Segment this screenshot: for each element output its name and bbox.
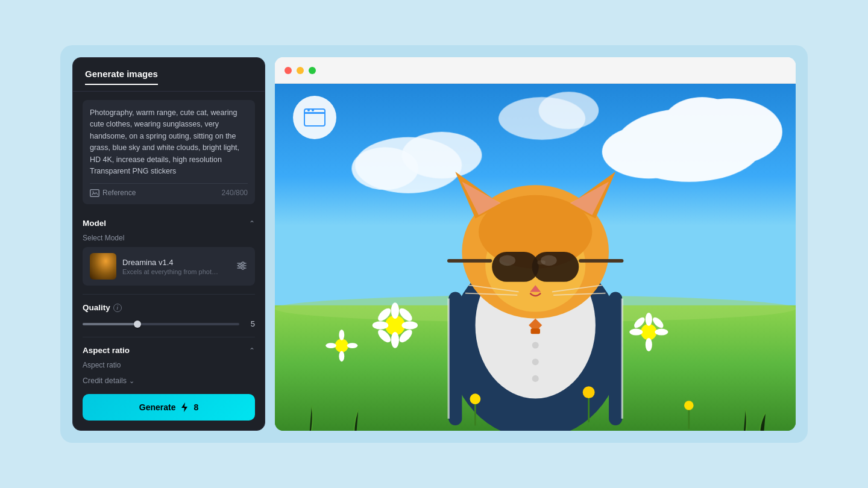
svg-point-61 [646, 313, 652, 326]
svg-point-13 [662, 97, 742, 153]
model-section-header: Model ⌃ [83, 219, 255, 228]
svg-point-64 [655, 329, 668, 336]
browser-content [275, 84, 796, 431]
svg-point-52 [391, 302, 399, 319]
browser-close-dot[interactable] [285, 67, 292, 74]
svg-point-70 [326, 343, 336, 348]
svg-point-71 [347, 343, 358, 348]
prompt-text: Photography, warm range, cute cat, weari… [90, 107, 248, 177]
svg-marker-8 [181, 402, 187, 412]
generate-button[interactable]: Generate 8 [83, 394, 255, 421]
svg-point-54 [373, 321, 389, 329]
aspect-ratio-header: Aspect ratio ⌃ [83, 346, 255, 355]
svg-point-7 [242, 267, 244, 269]
svg-point-72 [470, 393, 480, 404]
right-panel [275, 57, 796, 431]
svg-point-76 [684, 401, 694, 410]
svg-point-46 [532, 342, 538, 349]
svg-point-38 [541, 255, 557, 266]
quality-title: Quality [83, 303, 110, 312]
svg-point-62 [646, 338, 652, 351]
window-icon [304, 108, 326, 127]
svg-rect-33 [532, 252, 579, 282]
generate-cost: 8 [193, 402, 198, 412]
model-settings-button[interactable] [236, 260, 248, 273]
model-card[interactable]: Dreamina v1.4 Excels at everything from … [83, 247, 255, 286]
svg-rect-45 [530, 329, 540, 334]
svg-point-74 [583, 386, 595, 398]
svg-rect-24 [609, 292, 622, 426]
svg-point-69 [339, 351, 344, 361]
info-icon: i [113, 304, 122, 312]
sliders-icon [237, 261, 247, 270]
model-desc: Excels at everything from photorealis... [122, 268, 219, 275]
svg-point-63 [629, 329, 643, 336]
panel-title: Generate images [85, 69, 158, 85]
slider-thumb [134, 321, 141, 328]
svg-point-68 [339, 330, 344, 340]
browser-overlay-icon [293, 96, 336, 139]
window-dot-2 [312, 109, 314, 111]
window-dots [307, 109, 314, 111]
svg-point-6 [239, 264, 241, 267]
model-thumbnail-inner [90, 253, 116, 280]
aspect-ratio-chevron-icon[interactable]: ⌃ [249, 346, 255, 355]
reference-icon [90, 189, 99, 197]
svg-point-48 [532, 375, 538, 382]
svg-point-1 [93, 191, 94, 192]
prompt-footer: Reference 240/800 [90, 183, 248, 197]
char-count: 240/800 [222, 189, 248, 197]
panel-header: Generate images [73, 58, 265, 92]
panel-scroll: Model ⌃ Select Model Dreamina v1.4 Excel… [73, 210, 265, 394]
credit-details-label: Credit details [83, 377, 127, 385]
aspect-ratio-section: Aspect ratio ⌃ Aspect ratio Credit detai… [83, 337, 255, 394]
aspect-ratio-label: Aspect ratio [83, 361, 255, 369]
credit-details[interactable]: Credit details ⌄ [83, 372, 255, 390]
browser-bar [275, 57, 796, 84]
credit-details-chevron-icon: ⌄ [129, 377, 134, 385]
model-section: Model ⌃ Select Model Dreamina v1.4 Excel… [83, 210, 255, 295]
quality-section: Quality i 5 [83, 295, 255, 337]
model-name: Dreamina v1.4 [122, 258, 230, 267]
bolt-icon [180, 402, 189, 412]
quality-header: Quality i [83, 303, 255, 312]
browser-minimize-dot[interactable] [297, 67, 304, 74]
scene-svg [275, 84, 796, 431]
svg-rect-35 [447, 259, 492, 263]
model-chevron-icon[interactable]: ⌃ [249, 219, 255, 228]
svg-rect-0 [90, 190, 99, 197]
model-section-title: Model [83, 219, 106, 228]
left-panel: Generate images Photography, warm range,… [72, 57, 265, 431]
model-thumbnail [90, 253, 116, 280]
svg-rect-32 [492, 252, 539, 282]
svg-point-37 [499, 255, 515, 266]
svg-rect-23 [448, 292, 462, 426]
slider-fill [83, 323, 137, 325]
svg-point-18 [539, 92, 599, 129]
select-model-label: Select Model [83, 234, 255, 242]
window-dot-1 [307, 109, 310, 111]
svg-point-53 [391, 332, 399, 348]
model-info: Dreamina v1.4 Excels at everything from … [122, 258, 230, 275]
prompt-area: Photography, warm range, cute cat, weari… [83, 100, 255, 204]
aspect-ratio-title: Aspect ratio [83, 346, 130, 355]
cat-scene [275, 84, 796, 431]
slider-container: 5 [83, 319, 255, 328]
quality-slider[interactable] [83, 323, 239, 325]
svg-rect-36 [579, 259, 623, 263]
browser-maximize-dot[interactable] [309, 67, 316, 74]
quality-value: 5 [245, 319, 255, 328]
reference-label: Reference [102, 189, 136, 197]
svg-point-47 [532, 358, 538, 365]
app-container: Generate images Photography, warm range,… [60, 45, 808, 443]
svg-point-67 [335, 339, 348, 352]
svg-point-55 [401, 321, 418, 329]
generate-label: Generate [139, 402, 176, 412]
svg-point-60 [641, 324, 657, 340]
svg-point-16 [351, 147, 418, 190]
reference-button[interactable]: Reference [90, 189, 136, 197]
svg-point-5 [242, 262, 244, 264]
